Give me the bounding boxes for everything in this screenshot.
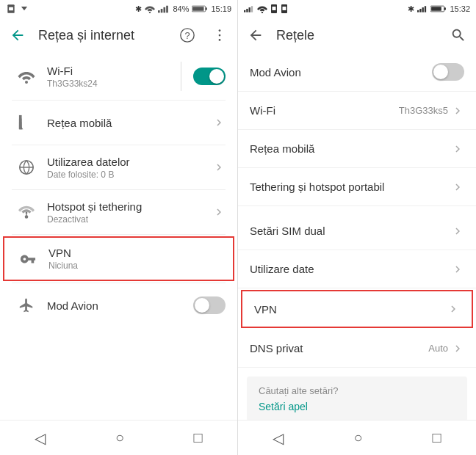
left-item-hotspot[interactable]: Hotspot și tethering Dezactivat [0,190,237,234]
left-wifi-toggle[interactable] [193,68,226,85]
left-status-right: ✱ 84% 15:19 [135,4,231,14]
signal2-icon-right [417,4,428,13]
vpn-icon-item [13,251,43,267]
right-nav-recent[interactable]: □ [417,423,455,452]
left-vpn-title: VPN [48,247,224,259]
battery-icon-left [192,4,208,13]
svg-rect-5 [161,9,163,12]
left-data-chevron [212,161,226,174]
right-search-suggestion: Căutați alte setări? Setări apel [247,376,467,420]
sim2-icon-right [281,4,288,13]
right-tethering-title: Tethering și hotspot portabil [250,181,451,193]
left-item-data[interactable]: Utilizarea datelor Date folosite: 0 B [0,145,237,189]
left-mobile-chevron [212,116,226,129]
svg-rect-37 [422,7,424,12]
left-back-button[interactable] [6,23,29,47]
left-data-content: Utilizarea datelor Date folosite: 0 B [47,156,212,180]
right-airplane-toggle[interactable] [432,63,464,81]
left-nav-bar: ◁ ○ □ [0,420,237,455]
battery-icon-right [430,4,447,13]
left-nav-back[interactable]: ◁ [20,423,60,453]
right-sim-chevron [451,225,464,238]
right-item-wifi[interactable]: Wi-Fi Th3G33ks5 [238,92,476,130]
left-status-bar: ✱ 84% 15:19 [0,0,237,18]
right-back-button[interactable] [244,23,267,47]
right-item-airplane[interactable]: Mod Avion [238,53,476,92]
svg-rect-38 [425,6,426,12]
battery-text-left: 84% [173,4,189,13]
left-vpn-content: VPN Niciuna [48,247,224,271]
sim-icon-right [270,4,278,13]
svg-point-14 [219,34,221,37]
right-mobile-title: Rețea mobilă [250,142,451,155]
signal-icon-item [12,114,41,131]
left-item-mobile[interactable]: Rețea mobilă [0,101,237,145]
left-item-airplane[interactable]: Mod Avion [0,283,237,327]
right-item-tethering[interactable]: Tethering și hotspot portabil [238,168,476,206]
download-icon [19,4,29,14]
svg-text:?: ? [184,30,190,41]
left-hotspot-title: Hotspot și tethering [47,200,212,213]
svg-point-30 [262,12,263,13]
left-hotspot-chevron [212,205,226,219]
right-item-dns[interactable]: DNS privat Auto [238,330,476,368]
svg-point-15 [219,39,221,41]
left-data-subtitle: Date folosite: 0 B [47,170,212,180]
right-search-title: Căutați alte setări? [259,385,455,396]
left-nav-recent[interactable]: □ [179,423,217,452]
right-dns-value: Auto [428,343,448,354]
right-item-sim[interactable]: Setări SIM dual [238,212,476,250]
svg-rect-27 [246,9,248,12]
svg-point-13 [219,29,221,32]
right-nav-back[interactable]: ◁ [258,423,298,453]
right-search-button[interactable] [447,23,470,47]
left-data-title: Utilizarea datelor [47,156,212,168]
right-wifi-value: Th3G33ks5 [399,105,448,116]
left-airplane-toggle[interactable] [193,296,226,314]
svg-rect-7 [167,6,169,13]
left-airplane-toggle-container [193,296,226,314]
right-data-title: Utilizare date [250,263,451,275]
left-more-button[interactable] [208,23,231,47]
svg-rect-6 [164,7,166,12]
wifi-icon-right [257,4,267,13]
right-status-bar: ✱ 15:32 [238,0,476,18]
left-wifi-subtitle: Th3G33ks24 [47,79,181,89]
time-left: 15:19 [211,4,231,13]
svg-rect-34 [283,7,286,10]
left-help-button[interactable]: ? [176,23,199,47]
left-mobile-title: Rețea mobilă [47,117,212,129]
right-status-icons [244,4,288,13]
right-tethering-chevron [451,181,464,194]
right-dns-chevron [451,342,464,355]
svg-point-16 [25,81,28,84]
svg-rect-21 [19,115,22,129]
right-sim-title: Setări SIM dual [250,225,451,237]
svg-rect-41 [432,7,442,11]
data-icon-item [12,159,41,175]
right-airplane-title: Mod Avion [250,66,432,79]
svg-rect-40 [444,7,446,10]
wifi-icon-left [145,4,155,13]
svg-rect-36 [420,9,422,12]
svg-rect-35 [417,10,419,12]
right-wifi-title: Wi-Fi [250,104,399,117]
left-vpn-subtitle: Niciuna [48,261,224,271]
spacer-1 [238,206,476,212]
left-hotspot-subtitle: Dezactivat [47,214,212,225]
right-item-data[interactable]: Utilizare date [238,250,476,288]
left-nav-home[interactable]: ○ [101,423,139,452]
svg-rect-10 [193,7,204,11]
right-search-link[interactable]: Setări apel [259,401,455,412]
svg-rect-32 [273,7,276,10]
right-item-vpn[interactable]: VPN [241,290,473,328]
left-item-vpn[interactable]: VPN Niciuna [3,236,234,281]
bluetooth-icon: ✱ [135,4,142,14]
left-wifi-toggle-container [181,62,226,91]
left-item-wifi[interactable]: Wi-Fi Th3G33ks24 [0,53,237,100]
signal-icon-left [158,4,170,13]
right-data-chevron [451,263,464,276]
right-nav-home[interactable]: ○ [339,423,377,452]
left-mobile-content: Rețea mobilă [47,117,212,129]
right-item-mobile[interactable]: Rețea mobilă [238,130,476,168]
